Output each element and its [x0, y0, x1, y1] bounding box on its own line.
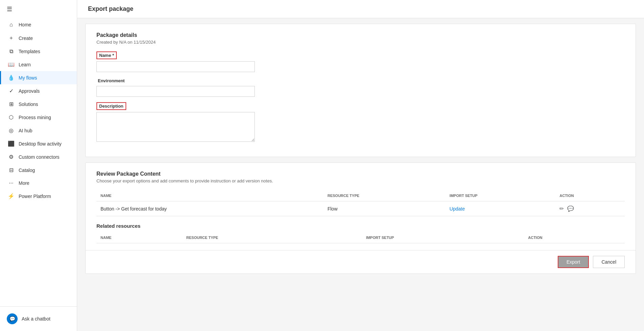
sidebar-item-create[interactable]: ＋ Create — [0, 31, 77, 45]
my-flows-icon: 💧 — [8, 74, 15, 81]
sidebar-label-catalog: Catalog — [19, 168, 35, 173]
sidebar-label-power-platform: Power Platform — [19, 194, 51, 199]
chatbot-icon: 💬 — [9, 316, 15, 322]
related-col-name: NAME — [96, 232, 182, 243]
power-platform-icon: ⚡ — [8, 193, 15, 199]
name-label: Name * — [96, 51, 117, 59]
sidebar-item-my-flows[interactable]: 💧 My flows — [0, 71, 77, 84]
col-resource-type-header: RESOURCE TYPE — [324, 190, 446, 201]
comment-icon[interactable]: 💬 — [567, 205, 574, 212]
catalog-icon: ⊟ — [8, 167, 15, 173]
description-textarea[interactable] — [96, 112, 255, 142]
sidebar-label-create: Create — [19, 36, 33, 41]
solutions-icon: ⊞ — [8, 101, 15, 107]
sidebar-label-process-mining: Process mining — [19, 115, 51, 120]
review-subtitle: Choose your export options and add comme… — [96, 178, 625, 183]
sidebar-item-desktop-flow-activity[interactable]: ⬛ Desktop flow activity — [0, 137, 77, 150]
sidebar-item-process-mining[interactable]: ⬡ Process mining — [0, 111, 77, 124]
more-icon: ··· — [8, 180, 15, 186]
environment-input[interactable] — [96, 86, 255, 97]
related-table: NAME RESOURCE TYPE IMPORT SETUP ACTION — [96, 232, 625, 243]
table-header-row: NAME RESOURCE TYPE IMPORT SETUP ACTION — [96, 190, 625, 201]
row-name: Button -> Get forecast for today — [96, 201, 324, 216]
main-content: Export package Package details Created b… — [77, 0, 644, 331]
description-field-group: Description — [96, 102, 625, 143]
ai-hub-icon: ◎ — [8, 127, 15, 134]
chatbot-label: Ask a chatbot — [22, 316, 50, 322]
sidebar-label-approvals: Approvals — [19, 88, 40, 94]
package-created-by: Created by N/A on 11/15/2024 — [96, 40, 625, 45]
name-field-group: Name * — [96, 51, 625, 72]
related-col-resource-type: RESOURCE TYPE — [182, 232, 362, 243]
sidebar-item-catalog[interactable]: ⊟ Catalog — [0, 163, 77, 177]
sidebar-item-ai-hub[interactable]: ◎ AI hub — [0, 124, 77, 137]
sidebar-item-more[interactable]: ··· More — [0, 177, 77, 190]
sidebar-label-more: More — [19, 180, 29, 186]
sidebar-label-home: Home — [19, 22, 31, 27]
related-header-row: NAME RESOURCE TYPE IMPORT SETUP ACTION — [96, 232, 625, 243]
row-action: ✏ 💬 — [555, 201, 625, 216]
process-mining-icon: ⬡ — [8, 114, 15, 120]
cancel-button[interactable]: Cancel — [593, 256, 625, 268]
review-title: Review Package Content — [96, 171, 625, 177]
templates-icon: ⧉ — [8, 48, 15, 54]
row-import-setup[interactable]: Update — [445, 201, 555, 216]
update-link[interactable]: Update — [449, 206, 465, 212]
page-title: Export package — [88, 5, 633, 13]
action-icons: ✏ 💬 — [559, 205, 621, 212]
name-input[interactable] — [96, 61, 255, 72]
hamburger-menu[interactable]: ☰ — [0, 0, 77, 18]
sidebar-label-solutions: Solutions — [19, 102, 38, 107]
package-details-title: Package details — [96, 32, 625, 38]
sidebar-label-templates: Templates — [19, 49, 40, 54]
footer-bar: Export Cancel — [86, 250, 636, 273]
sidebar-label-ai-hub: AI hub — [19, 128, 32, 133]
sidebar-item-power-platform[interactable]: ⚡ Power Platform — [0, 190, 77, 203]
related-col-import-setup: IMPORT SETUP — [362, 232, 524, 243]
environment-label: Environment — [96, 78, 126, 84]
sidebar-item-custom-connectors[interactable]: ⚙ Custom connectors — [0, 150, 77, 163]
home-icon: ⌂ — [8, 22, 15, 28]
description-label: Description — [96, 102, 126, 110]
sidebar-item-learn[interactable]: 📖 Learn — [0, 58, 77, 71]
sidebar-item-home[interactable]: ⌂ Home — [0, 18, 77, 31]
content-table-section: NAME RESOURCE TYPE IMPORT SETUP ACTION B… — [96, 190, 625, 216]
sidebar: ☰ ⌂ Home ＋ Create ⧉ Templates 📖 Learn 💧 … — [0, 0, 77, 331]
approvals-icon: ✓ — [8, 88, 15, 94]
edit-icon[interactable]: ✏ — [559, 205, 564, 212]
ask-chatbot-button[interactable]: 💬 Ask a chatbot — [0, 310, 77, 328]
learn-icon: 📖 — [8, 61, 15, 68]
sidebar-item-templates[interactable]: ⧉ Templates — [0, 45, 77, 58]
related-col-action: ACTION — [524, 232, 625, 243]
table-row: Button -> Get forecast for today Flow Up… — [96, 201, 625, 216]
page-header: Export package — [77, 0, 644, 18]
environment-field-group: Environment — [96, 78, 625, 97]
package-details-card: Package details Created by N/A on 11/15/… — [85, 24, 636, 157]
sidebar-bottom: 💬 Ask a chatbot — [0, 306, 77, 331]
content-table: NAME RESOURCE TYPE IMPORT SETUP ACTION B… — [96, 190, 625, 216]
sidebar-item-approvals[interactable]: ✓ Approvals — [0, 84, 77, 97]
col-import-setup-header: IMPORT SETUP — [445, 190, 555, 201]
sidebar-label-custom-connectors: Custom connectors — [19, 154, 60, 160]
related-table-section: NAME RESOURCE TYPE IMPORT SETUP ACTION — [96, 232, 625, 243]
col-name-header: NAME — [96, 190, 324, 201]
desktop-flow-icon: ⬛ — [8, 140, 15, 147]
chatbot-avatar: 💬 — [7, 313, 18, 324]
sidebar-label-desktop-flow-activity: Desktop flow activity — [19, 141, 62, 147]
review-package-card: Review Package Content Choose your expor… — [85, 162, 636, 274]
col-action-header: ACTION — [555, 190, 625, 201]
sidebar-label-learn: Learn — [19, 62, 31, 67]
export-button[interactable]: Export — [558, 256, 589, 268]
sidebar-item-solutions[interactable]: ⊞ Solutions — [0, 97, 77, 111]
related-resources-title: Related resources — [96, 216, 625, 232]
hamburger-icon: ☰ — [7, 6, 12, 13]
create-icon: ＋ — [8, 35, 15, 42]
row-resource-type: Flow — [324, 201, 446, 216]
custom-connectors-icon: ⚙ — [8, 154, 15, 160]
sidebar-label-my-flows: My flows — [19, 75, 37, 81]
